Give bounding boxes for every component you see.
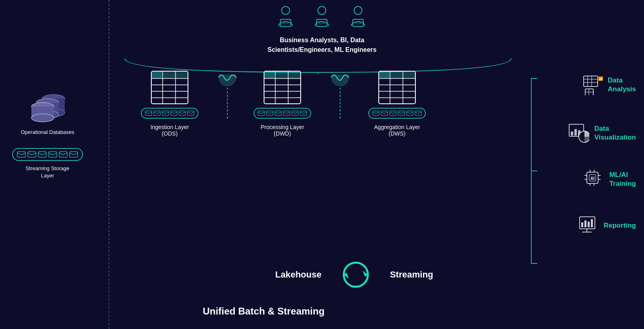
svg-rect-49 bbox=[264, 72, 275, 78]
svg-text:AI: AI bbox=[590, 176, 594, 181]
right-bracket bbox=[527, 74, 539, 267]
data-analysis-item: 📶 DataAnalysis bbox=[582, 74, 636, 95]
analysts-label: Business Analysts, BI, Data Scientists/E… bbox=[268, 35, 377, 55]
streaming-storage-container: Streaming Storage Layer bbox=[12, 148, 83, 179]
agg-env-3 bbox=[398, 111, 405, 116]
ingestion-envelope-left bbox=[145, 111, 152, 116]
ingestion-label: Ingestion Layer (ODS) bbox=[151, 124, 189, 137]
svg-text:</>: </> bbox=[355, 22, 361, 25]
svg-rect-34 bbox=[176, 72, 188, 78]
wave-connector-1 bbox=[197, 74, 258, 123]
ingestion-envelope-1 bbox=[153, 111, 161, 116]
agg-env-5 bbox=[415, 111, 422, 116]
svg-rect-103 bbox=[584, 220, 586, 227]
data-analysis-icon: 📶 bbox=[582, 74, 603, 95]
left-section: Operational Databases bbox=[12, 88, 83, 180]
svg-point-3 bbox=[318, 6, 326, 14]
envelope-icon-0 bbox=[17, 151, 26, 158]
data-visualization-label: DataVisualization bbox=[594, 124, 636, 142]
data-visualization-item: DataVisualization bbox=[568, 123, 636, 144]
svg-rect-55 bbox=[283, 111, 290, 115]
proc-env-2 bbox=[275, 111, 282, 116]
data-analysis-label: DataAnalysis bbox=[608, 76, 636, 94]
ml-ai-training-item: AI ML/AITraining bbox=[584, 169, 636, 190]
data-visualization-icon bbox=[568, 123, 589, 144]
svg-text:📶: 📶 bbox=[598, 76, 603, 81]
svg-point-18 bbox=[31, 114, 54, 122]
ingestion-queue bbox=[141, 108, 198, 119]
ingestion-envelope-4 bbox=[179, 111, 186, 116]
proc-env-1 bbox=[266, 111, 273, 116]
svg-rect-70 bbox=[381, 111, 388, 115]
svg-rect-69 bbox=[373, 111, 379, 115]
proc-env-5 bbox=[300, 111, 307, 116]
svg-rect-56 bbox=[292, 111, 298, 115]
agg-env-2 bbox=[389, 111, 396, 116]
svg-point-6 bbox=[354, 6, 362, 14]
unified-label: Unified Batch & Streaming bbox=[203, 306, 325, 317]
svg-rect-52 bbox=[258, 111, 264, 115]
svg-rect-50 bbox=[276, 72, 288, 78]
reporting-item: Reporting bbox=[578, 215, 636, 236]
svg-text:</>: </> bbox=[319, 22, 325, 25]
operational-db-label: Operational Databases bbox=[21, 129, 74, 136]
ingestion-table-icon bbox=[151, 70, 189, 105]
agg-env-1 bbox=[381, 111, 388, 116]
envelope-icon-3 bbox=[48, 151, 57, 158]
proc-env-0 bbox=[258, 111, 265, 116]
proc-env-3 bbox=[283, 111, 290, 116]
reporting-icon bbox=[578, 215, 599, 236]
ingestion-envelope-3 bbox=[170, 111, 178, 116]
analysts-section: </> </> </> Business Analysts, BI, Data … bbox=[268, 4, 377, 55]
envelope-icon-5 bbox=[69, 151, 78, 158]
svg-rect-73 bbox=[407, 111, 413, 115]
streaming-label: Streaming bbox=[390, 269, 433, 280]
processing-layer: Processing Layer (DWD) bbox=[254, 70, 311, 137]
reporting-label: Reporting bbox=[604, 221, 636, 230]
streaming-storage-queue bbox=[12, 148, 83, 161]
unified-label-container: Unified Batch & Streaming bbox=[0, 306, 527, 317]
envelope-icon-4 bbox=[59, 151, 68, 158]
ml-ai-training-label: ML/AITraining bbox=[609, 171, 636, 188]
ingestion-envelope-5 bbox=[187, 111, 194, 116]
operational-db-container: Operational Databases bbox=[21, 88, 74, 136]
svg-rect-24 bbox=[70, 152, 78, 157]
svg-point-0 bbox=[282, 6, 290, 14]
vertical-divider bbox=[109, 0, 109, 329]
db-stack-icon bbox=[27, 88, 68, 125]
svg-rect-21 bbox=[38, 152, 46, 157]
aggregation-layer: Aggregation Layer (DWS) bbox=[368, 70, 426, 137]
envelope-icon-2 bbox=[38, 151, 47, 158]
svg-text:</>: </> bbox=[283, 22, 289, 25]
svg-rect-53 bbox=[266, 111, 273, 115]
svg-rect-54 bbox=[275, 111, 281, 115]
svg-rect-72 bbox=[398, 111, 405, 115]
agg-env-0 bbox=[372, 111, 380, 116]
svg-rect-32 bbox=[152, 72, 163, 78]
processing-queue bbox=[254, 108, 311, 119]
svg-rect-102 bbox=[581, 222, 583, 227]
analyst-icons: </> </> </> bbox=[272, 4, 372, 32]
svg-rect-74 bbox=[415, 111, 421, 115]
aggregation-table-icon bbox=[378, 70, 416, 105]
svg-rect-57 bbox=[300, 111, 307, 115]
svg-rect-68 bbox=[403, 72, 415, 78]
lakehouse-label: Lakehouse bbox=[275, 269, 322, 280]
aggregation-queue bbox=[368, 108, 426, 119]
processing-label: Processing Layer (DWD) bbox=[260, 124, 304, 137]
svg-rect-76 bbox=[584, 76, 598, 86]
ingestion-envelope-2 bbox=[162, 111, 169, 116]
svg-rect-38 bbox=[171, 111, 177, 115]
bottom-row: Lakehouse Streaming bbox=[181, 257, 527, 293]
svg-rect-23 bbox=[59, 152, 67, 157]
proc-env-4 bbox=[291, 111, 299, 116]
svg-rect-35 bbox=[145, 111, 152, 115]
main-container: </> </> </> Business Analysts, BI, Data … bbox=[0, 0, 644, 329]
analyst-icon-2: </> bbox=[308, 4, 336, 32]
svg-rect-19 bbox=[17, 152, 25, 157]
ml-ai-training-icon: AI bbox=[584, 169, 605, 190]
svg-rect-104 bbox=[588, 222, 590, 227]
streaming-storage-label: Streaming Storage Layer bbox=[26, 165, 69, 179]
svg-rect-71 bbox=[390, 111, 396, 115]
analyst-icon-3: </> bbox=[344, 4, 372, 32]
